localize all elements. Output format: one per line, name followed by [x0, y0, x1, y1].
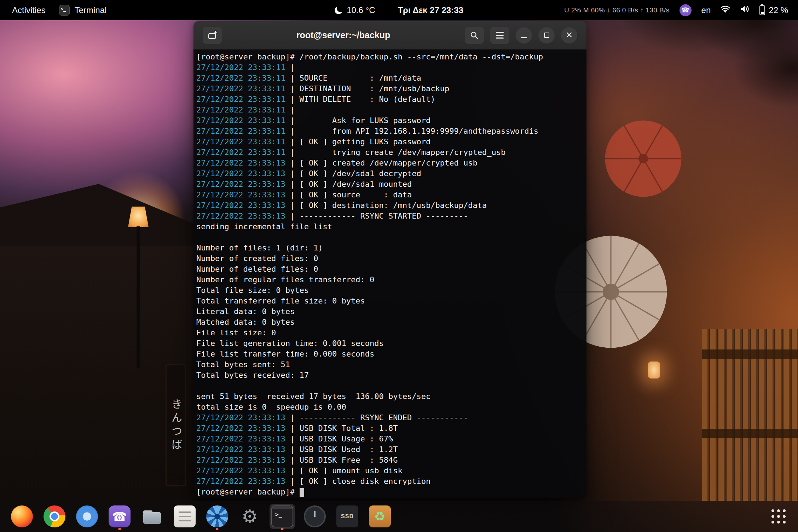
line-timestamp: 27/12/2022 23:33:13	[196, 424, 285, 433]
line-text: Total bytes received: 17	[196, 371, 309, 380]
firefox-icon	[11, 505, 33, 527]
line-text	[196, 381, 201, 390]
terminal-line: 27/12/2022 23:33:13 | [ OK ] /dev/sda1 m…	[196, 179, 584, 190]
line-timestamp: 27/12/2022 23:33:11	[196, 95, 285, 104]
line-timestamp: 27/12/2022 23:33:11	[196, 63, 285, 72]
ssd-icon: SSD	[336, 505, 358, 527]
line-timestamp: 27/12/2022 23:33:13	[196, 413, 285, 422]
terminal-line: 27/12/2022 23:33:13 | ------------ RSYNC…	[196, 412, 584, 423]
battery-indicator[interactable]: 22 %	[759, 5, 788, 15]
terminal-line: sending incremental file list	[196, 221, 584, 232]
line-text: Matched data: 0 bytes	[196, 318, 295, 326]
search-button[interactable]	[465, 27, 484, 44]
weather-indicator[interactable]: 10.6 °C	[335, 5, 375, 15]
new-tab-button[interactable]	[203, 27, 222, 44]
dock-item-files[interactable]	[139, 504, 165, 529]
system-monitor-indicator[interactable]: U 2% M 60% ↓ 66.0 B/s ↑ 130 B/s	[564, 6, 670, 14]
terminal-window: root@server:~/backup	[193, 21, 586, 498]
focused-app-indicator[interactable]: >_ Terminal	[59, 5, 107, 16]
dock-item-settings[interactable]: ⚙	[237, 504, 262, 529]
line-timestamp: 27/12/2022 23:33:13	[196, 158, 285, 167]
line-text: | USB DISK Total : 1.8T	[285, 424, 398, 433]
terminal-line: 27/12/2022 23:33:11 | DESTINATION : /mnt…	[196, 83, 584, 94]
line-timestamp: 27/12/2022 23:33:13	[196, 466, 285, 475]
dock-item-ssd[interactable]: SSD	[335, 504, 360, 529]
dock-item-chrome[interactable]	[42, 504, 67, 529]
minimize-icon	[521, 37, 527, 38]
running-indicator	[281, 528, 284, 530]
line-text: | [ OK ] /dev/sda1 decrypted	[285, 169, 421, 178]
terminal-line: Number of created files: 0	[196, 253, 584, 264]
line-text: | ------------ RSYNC STARTED ---------	[285, 212, 468, 220]
line-text: File list transfer time: 0.000 seconds	[196, 349, 374, 358]
dock-item-chromium[interactable]	[74, 504, 100, 529]
wallpaper-lantern	[648, 362, 660, 378]
terminal-line: 27/12/2022 23:33:13 | USB DISK Usage : 6…	[196, 434, 584, 444]
close-icon: ×	[566, 29, 573, 40]
line-timestamp: 27/12/2022 23:33:13	[196, 477, 285, 486]
dock: ☎⚙>_SSD♻	[0, 501, 798, 532]
line-text: | [ OK ] close disk encryption	[285, 477, 431, 486]
clock[interactable]: Τρι Δεκ 27 23:33	[398, 5, 463, 15]
menu-button[interactable]	[490, 27, 509, 44]
activities-button[interactable]: Activities	[12, 5, 46, 15]
dock-item-software[interactable]: ♻	[367, 504, 393, 529]
line-text: | [ OK ] umount usb disk	[285, 466, 403, 475]
volume-icon[interactable]	[740, 5, 750, 15]
maximize-icon	[544, 33, 549, 38]
terminal-line: 27/12/2022 23:33:13 | [ OK ] source : da…	[196, 190, 584, 200]
close-button[interactable]: ×	[561, 27, 577, 44]
desktop: きんつば Activit	[0, 0, 798, 532]
terminal-output[interactable]: [root@server backup]# /root/backup/backu…	[193, 50, 586, 498]
dock-item-terminal[interactable]: >_	[270, 504, 295, 529]
line-text: | USB DISK Used : 1.2T	[285, 445, 398, 454]
dock-item-text-editor[interactable]	[172, 504, 197, 529]
wallpaper-lamp-post	[137, 226, 140, 368]
terminal-line: [root@server backup]#	[196, 487, 584, 497]
maximize-button[interactable]	[538, 27, 555, 44]
app-grid-button[interactable]	[768, 506, 789, 527]
line-timestamp: 27/12/2022 23:33:11	[196, 116, 285, 125]
line-timestamp: 27/12/2022 23:33:11	[196, 148, 285, 157]
terminal-line	[196, 232, 584, 243]
window-title: root@server:~/backup	[227, 30, 459, 40]
dock-item-photos[interactable]	[204, 504, 230, 529]
terminal-header-bar[interactable]: root@server:~/backup	[193, 21, 586, 50]
files-icon	[141, 505, 163, 527]
app-grid-icon	[770, 508, 787, 525]
line-text: |	[285, 63, 300, 72]
wifi-icon[interactable]	[721, 5, 730, 15]
dock-item-viber[interactable]: ☎	[107, 504, 132, 529]
line-text: File list generation time: 0.001 seconds	[196, 339, 384, 348]
line-timestamp: 27/12/2022 23:33:13	[196, 456, 285, 464]
terminal-app-icon: >_	[59, 5, 70, 16]
terminal-line: 27/12/2022 23:33:13 | [ OK ] close disk …	[196, 476, 584, 487]
hamburger-icon	[496, 35, 504, 36]
line-timestamp: 27/12/2022 23:33:13	[196, 169, 285, 178]
line-text: Number of created files: 0	[196, 254, 318, 263]
keyboard-layout-indicator[interactable]: en	[701, 5, 711, 15]
terminal-line	[196, 381, 584, 391]
line-text: Number of regular files transferred: 0	[196, 275, 374, 284]
minimize-button[interactable]	[516, 27, 532, 44]
line-timestamp: 27/12/2022 23:33:13	[196, 190, 285, 199]
line-text: | [ OK ] destination: /mnt/usb/backup/da…	[285, 201, 487, 210]
dock-item-clocks[interactable]	[302, 504, 328, 529]
line-timestamp: 27/12/2022 23:33:11	[196, 137, 285, 146]
terminal-line: Matched data: 0 bytes	[196, 317, 584, 328]
terminal-line: Total transferred file size: 0 bytes	[196, 296, 584, 306]
line-text: sent 51 bytes received 17 bytes 136.00 b…	[196, 392, 430, 401]
terminal-line: sent 51 bytes received 17 bytes 136.00 b…	[196, 391, 584, 402]
terminal-line: 27/12/2022 23:33:11 | SOURCE : /mnt/data	[196, 73, 584, 83]
line-timestamp: 27/12/2022 23:33:11	[196, 105, 285, 114]
terminal-line: 27/12/2022 23:33:13 | [ OK ] created /de…	[196, 158, 584, 168]
viber-tray-icon[interactable]: ☎	[680, 4, 692, 16]
dock-item-firefox[interactable]	[9, 504, 35, 529]
line-text: | [ OK ] source : data	[285, 190, 412, 199]
terminal-line: File list transfer time: 0.000 seconds	[196, 349, 584, 359]
line-text: Total transferred file size: 0 bytes	[196, 296, 365, 305]
line-text: | [ OK ] getting LUKS password	[285, 137, 431, 146]
wallpaper-japanese-sign: きんつば	[166, 364, 186, 486]
terminal-line: Total file size: 0 bytes	[196, 285, 584, 296]
terminal-line: 27/12/2022 23:33:13 | [ OK ] /dev/sda1 d…	[196, 168, 584, 179]
